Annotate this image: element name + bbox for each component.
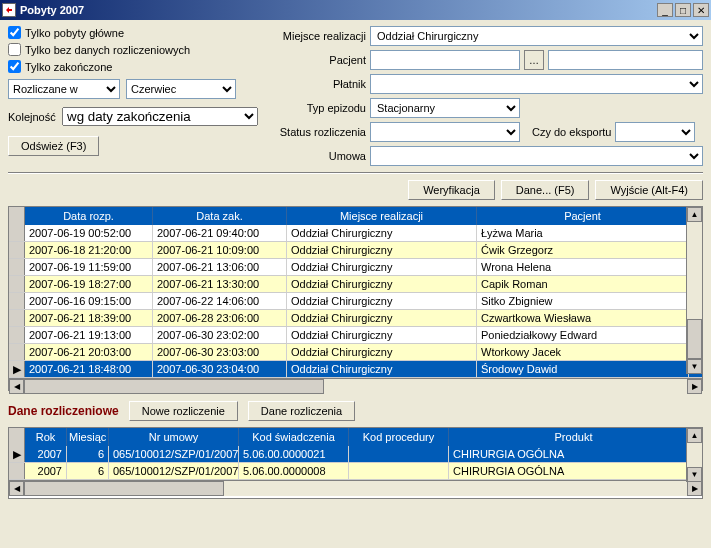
wyjscie-button[interactable]: Wyjście (Alt-F4) — [595, 180, 703, 200]
checkbox-input[interactable] — [8, 26, 21, 39]
cell-miesiac: 6 — [67, 446, 109, 462]
checkbox-input[interactable] — [8, 60, 21, 73]
typ-epizodu-select[interactable]: Stacjonarny — [370, 98, 520, 118]
dane-button[interactable]: Dane... (F5) — [501, 180, 590, 200]
czy-eksport-label: Czy do eksportu — [532, 126, 611, 138]
odswiez-button[interactable]: Odśwież (F3) — [8, 136, 99, 156]
typ-epizodu-label: Typ epizodu — [270, 102, 366, 114]
miejsce-select[interactable]: Oddział Chirurgiczny — [370, 26, 703, 46]
scroll-thumb[interactable] — [24, 379, 324, 394]
cell-miejsce: Oddział Chirurgiczny — [287, 225, 477, 241]
cell-miejsce: Oddział Chirurgiczny — [287, 242, 477, 258]
table-row[interactable]: 2007-06-19 11:59:002007-06-21 13:06:00Od… — [9, 259, 702, 276]
table-row[interactable]: 2007-06-21 19:13:002007-06-30 23:02:00Od… — [9, 327, 702, 344]
cell-nr-umowy: 065/100012/SZP/01/2007 — [109, 446, 239, 462]
col-nr-umowy[interactable]: Nr umowy — [109, 428, 239, 446]
checkbox-tylko-bez-rozlicz[interactable]: Tylko bez danych rozliczeniowych — [8, 43, 258, 56]
umowa-select[interactable] — [370, 146, 703, 166]
status-select[interactable] — [370, 122, 520, 142]
cell-pacjent: Sitko Zbigniew — [477, 293, 689, 309]
table-row[interactable]: ▶20076065/100012/SZP/01/20075.06.00.0000… — [9, 446, 702, 463]
vertical-scrollbar[interactable]: ▲ ▼ — [686, 428, 702, 482]
cell-data-zak: 2007-06-28 23:06:00 — [153, 310, 287, 326]
status-label: Status rozliczenia — [270, 126, 366, 138]
dane-rozliczenia-button[interactable]: Dane rozliczenia — [248, 401, 355, 421]
table-row[interactable]: 2007-06-19 00:52:002007-06-21 09:40:00Od… — [9, 225, 702, 242]
separator — [8, 172, 703, 174]
platnik-select[interactable] — [370, 74, 703, 94]
cell-pacjent: Capik Roman — [477, 276, 689, 292]
main-grid[interactable]: Data rozp. Data zak. Miejsce realizacji … — [8, 206, 703, 391]
checkbox-label: Tylko bez danych rozliczeniowych — [25, 44, 190, 56]
window-title: Pobyty 2007 — [20, 4, 657, 16]
cell-pacjent: Środowy Dawid — [477, 361, 689, 377]
checkbox-tylko-glowne[interactable]: Tylko pobyty główne — [8, 26, 258, 39]
table-row[interactable]: 2007-06-21 18:39:002007-06-28 23:06:00Od… — [9, 310, 702, 327]
platnik-label: Płatnik — [270, 78, 366, 90]
close-button[interactable]: ✕ — [693, 3, 709, 17]
cell-data-rozp: 2007-06-21 19:13:00 — [25, 327, 153, 343]
row-indicator — [9, 225, 25, 241]
table-row[interactable]: 2007-06-16 09:15:002007-06-22 14:06:00Od… — [9, 293, 702, 310]
checkbox-input[interactable] — [8, 43, 21, 56]
scroll-down-icon[interactable]: ▼ — [687, 359, 702, 374]
col-kod-procedury[interactable]: Kod procedury — [349, 428, 449, 446]
pacjent-name-input[interactable] — [548, 50, 703, 70]
col-miesiac[interactable]: Miesiąc — [67, 428, 109, 446]
scroll-up-icon[interactable]: ▲ — [687, 207, 702, 222]
pacjent-browse-button[interactable]: … — [524, 50, 544, 70]
scroll-up-icon[interactable]: ▲ — [687, 428, 702, 443]
table-row[interactable]: 2007-06-21 20:03:002007-06-30 23:03:00Od… — [9, 344, 702, 361]
kolejnosc-select[interactable]: wg daty zakończenia — [62, 107, 258, 126]
cell-rok: 2007 — [25, 463, 67, 479]
section-title: Dane rozliczeniowe — [8, 404, 119, 418]
cell-pacjent: Wrona Helena — [477, 259, 689, 275]
scroll-right-icon[interactable]: ▶ — [687, 379, 702, 394]
col-data-zak[interactable]: Data zak. — [153, 207, 287, 225]
scroll-thumb[interactable] — [24, 481, 224, 496]
cell-data-rozp: 2007-06-19 00:52:00 — [25, 225, 153, 241]
cell-data-zak: 2007-06-21 09:40:00 — [153, 225, 287, 241]
col-data-rozp[interactable]: Data rozp. — [25, 207, 153, 225]
cell-pacjent: Wtorkowy Jacek — [477, 344, 689, 360]
cell-produkt: CHIRURGIA OGÓLNA — [449, 446, 699, 462]
table-row[interactable]: ▶2007-06-21 18:48:002007-06-30 23:04:00O… — [9, 361, 702, 378]
table-row[interactable]: 2007-06-18 21:20:002007-06-21 10:09:00Od… — [9, 242, 702, 259]
cell-data-rozp: 2007-06-18 21:20:00 — [25, 242, 153, 258]
cell-data-rozp: 2007-06-16 09:15:00 — [25, 293, 153, 309]
nowe-rozliczenie-button[interactable]: Nowe rozliczenie — [129, 401, 238, 421]
cell-kod-procedury — [349, 446, 449, 462]
cell-data-rozp: 2007-06-21 18:48:00 — [25, 361, 153, 377]
col-kod-swiadczenia[interactable]: Kod świadczenia — [239, 428, 349, 446]
horizontal-scrollbar[interactable]: ◀ ▶ — [9, 378, 702, 394]
checkbox-tylko-zakonczone[interactable]: Tylko zakończone — [8, 60, 258, 73]
scroll-down-icon[interactable]: ▼ — [687, 467, 702, 482]
cell-data-zak: 2007-06-22 14:06:00 — [153, 293, 287, 309]
minimize-button[interactable]: _ — [657, 3, 673, 17]
horizontal-scrollbar[interactable]: ◀ ▶ — [9, 480, 702, 496]
row-indicator — [9, 344, 25, 360]
maximize-button[interactable]: □ — [675, 3, 691, 17]
czy-eksport-select[interactable] — [615, 122, 695, 142]
row-indicator — [9, 310, 25, 326]
scroll-left-icon[interactable]: ◀ — [9, 379, 24, 394]
cell-kod-swiadczenia: 5.06.00.0000008 — [239, 463, 349, 479]
col-pacjent[interactable]: Pacjent — [477, 207, 689, 225]
scroll-right-icon[interactable]: ▶ — [687, 481, 702, 496]
table-row[interactable]: 2007-06-19 18:27:002007-06-21 13:30:00Od… — [9, 276, 702, 293]
pacjent-input[interactable] — [370, 50, 520, 70]
cell-nr-umowy: 065/100012/SZP/01/2007 — [109, 463, 239, 479]
col-miejsce[interactable]: Miejsce realizacji — [287, 207, 477, 225]
pacjent-label: Pacjent — [270, 54, 366, 66]
vertical-scrollbar[interactable]: ▲ ▼ — [686, 207, 702, 374]
rozliczane-w-select[interactable]: Rozliczane w — [8, 79, 120, 99]
table-row[interactable]: 20076065/100012/SZP/01/20075.06.00.00000… — [9, 463, 702, 480]
scroll-thumb[interactable] — [687, 319, 702, 359]
cell-data-zak: 2007-06-30 23:04:00 — [153, 361, 287, 377]
scroll-left-icon[interactable]: ◀ — [9, 481, 24, 496]
miesiac-select[interactable]: Czerwiec — [126, 79, 236, 99]
sub-grid[interactable]: Rok Miesiąc Nr umowy Kod świadczenia Kod… — [8, 427, 703, 499]
weryfikacja-button[interactable]: Weryfikacja — [408, 180, 495, 200]
col-rok[interactable]: Rok — [25, 428, 67, 446]
col-produkt[interactable]: Produkt — [449, 428, 699, 446]
